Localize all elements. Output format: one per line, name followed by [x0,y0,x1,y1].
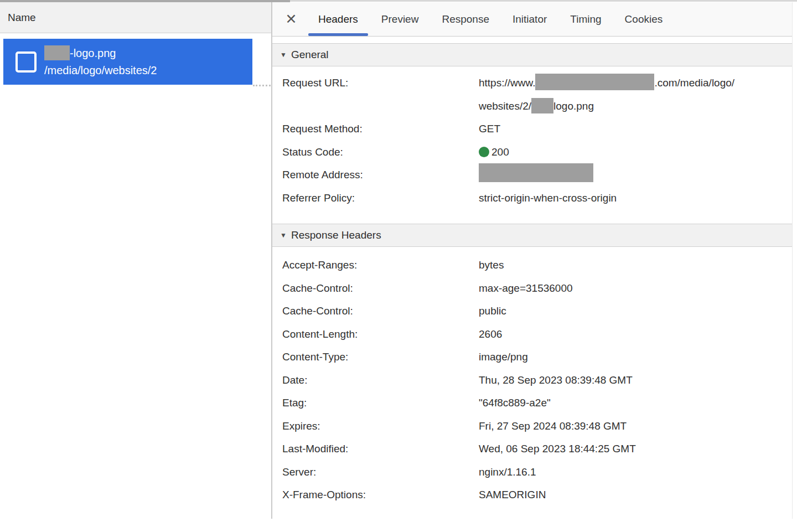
header-value-line: 2606 [479,323,786,346]
section-title: General [291,49,329,61]
header-value: max-age=31536000 [479,277,797,300]
header-value-line: Thu, 28 Sep 2023 08:39:48 GMT [479,369,786,392]
header-value: bytes [479,254,797,277]
header-value-line: "64f8c889-a2e" [479,391,786,415]
header-name: Server: [282,461,479,484]
header-value: https://www..com/media/logo/websites/2/l… [479,71,797,117]
devtools-network-panel: Name -logo.png /media/logo/websites/2 ✕ … [0,0,797,532]
header-row-content-length: Content-Length:2606 [272,323,797,346]
header-value-line: SAMEORIGIN [479,483,786,507]
headers-sections: ▼GeneralRequest URL:https://www..com/med… [272,37,797,519]
header-value-line: bytes [479,254,786,277]
header-row-cache-control: Cache-Control:max-age=31536000 [272,277,797,300]
tab-preview[interactable]: Preview [370,2,431,36]
header-name: X-Frame-Options: [282,483,479,507]
section-header-response-headers[interactable]: ▼Response Headers [272,224,797,247]
header-value: 2606 [479,323,797,346]
header-value: GET [479,117,797,141]
header-value-text: Wed, 06 Sep 2023 18:44:25 GMT [479,443,636,454]
close-icon[interactable]: ✕ [280,11,302,27]
header-row-server: Server:nginx/1.16.1 [272,461,797,484]
header-value-line: Fri, 27 Sep 2024 08:39:48 GMT [479,415,786,438]
header-value: Wed, 06 Sep 2023 18:44:25 GMT [479,437,797,461]
header-value-text: Fri, 27 Sep 2024 08:39:48 GMT [479,420,627,432]
name-column-label: Name [8,12,36,24]
header-value-text: SAMEORIGIN [479,489,546,500]
name-column-header[interactable]: Name [0,2,271,33]
details-tab-bar: ✕ HeadersPreviewResponseInitiatorTimingC… [272,2,797,37]
header-value: "64f8c889-a2e" [479,391,797,415]
header-name: Request Method: [282,117,479,141]
header-value [479,163,797,187]
section-response-headers: ▼Response HeadersAccept-Ranges:bytesCach… [272,224,797,519]
request-details-panel: ✕ HeadersPreviewResponseInitiatorTimingC… [271,2,797,519]
header-value-text: 200 [491,146,509,158]
header-value-line: public [479,299,786,323]
header-value-text: bytes [479,259,504,271]
header-name: Request URL: [282,71,479,117]
tab-response[interactable]: Response [430,2,501,36]
request-name: -logo.png [70,47,116,59]
header-name: Content-Type: [282,345,479,369]
header-value: strict-origin-when-cross-origin [479,187,797,210]
request-path: /media/logo/websites/2 [44,62,157,79]
section-title: Response Headers [291,229,381,241]
header-row-last-modified: Last-Modified:Wed, 06 Sep 2023 18:44:25 … [272,437,797,461]
header-value-line: max-age=31536000 [479,277,786,300]
request-row-selected[interactable]: -logo.png /media/logo/websites/2 [3,39,252,85]
header-value: 200 [479,141,797,164]
header-value: public [479,299,797,323]
header-value-text: websites/2/ [479,100,531,112]
header-row-accept-ranges: Accept-Ranges:bytes [272,254,797,277]
request-list-panel: Name -logo.png /media/logo/websites/2 [0,2,271,519]
header-value-line: strict-origin-when-cross-origin [479,187,786,210]
header-value-text: max-age=31536000 [479,282,573,294]
header-name: Content-Length: [282,323,479,346]
scrollbar-track[interactable] [792,2,797,519]
header-value-text: https://www. [479,77,535,89]
details-tabs: HeadersPreviewResponseInitiatorTimingCoo… [307,2,674,36]
header-row-remote-address: Remote Address: [272,163,797,187]
tab-headers[interactable]: Headers [307,2,370,36]
header-row-etag: Etag:"64f8c889-a2e" [272,391,797,415]
header-value-line: nginx/1.16.1 [479,461,786,484]
header-row-request-method: Request Method:GET [272,117,797,141]
header-name: Date: [282,369,479,392]
request-name-line: -logo.png [44,45,157,62]
tab-timing[interactable]: Timing [558,2,613,36]
header-row-date: Date:Thu, 28 Sep 2023 08:39:48 GMT [272,369,797,392]
tab-cookies[interactable]: Cookies [613,2,675,36]
header-value-text: nginx/1.16.1 [479,466,536,478]
header-name: Etag: [282,391,479,415]
header-value: nginx/1.16.1 [479,461,797,484]
tab-initiator[interactable]: Initiator [501,2,558,36]
disclosure-triangle-icon: ▼ [280,231,291,239]
header-value-text: logo.png [553,100,594,112]
row-border-dots [253,85,271,86]
header-row-status-code: Status Code:200 [272,141,797,164]
header-value-line: websites/2/logo.png [479,95,786,118]
header-value-line: image/png [479,345,786,369]
redacted-box [531,98,553,113]
header-value: Fri, 27 Sep 2024 08:39:48 GMT [479,415,797,438]
header-row-referrer-policy: Referrer Policy:strict-origin-when-cross… [272,187,797,210]
window-top-border-light [290,0,797,2]
section-rows: Accept-Ranges:bytesCache-Control:max-age… [272,247,797,519]
redacted-box [535,74,654,90]
header-value-text: 2606 [479,328,502,340]
header-value-line: https://www..com/media/logo/ [479,71,786,95]
header-name: Last-Modified: [282,437,479,461]
redacted-box [479,163,593,182]
header-row-x-frame-options: X-Frame-Options:SAMEORIGIN [272,483,797,507]
header-name: Cache-Control: [282,277,479,300]
section-header-general[interactable]: ▼General [272,43,797,66]
header-value-line: Wed, 06 Sep 2023 18:44:25 GMT [479,437,786,461]
header-name: Status Code: [282,141,479,164]
header-value-text: public [479,305,506,317]
redacted-box [44,45,70,60]
header-value-text: strict-origin-when-cross-origin [479,192,617,204]
header-row-cache-control: Cache-Control:public [272,299,797,323]
header-value-text: GET [479,123,500,135]
header-row-request-url: Request URL:https://www..com/media/logo/… [272,71,797,117]
header-value: Thu, 28 Sep 2023 08:39:48 GMT [479,369,797,392]
